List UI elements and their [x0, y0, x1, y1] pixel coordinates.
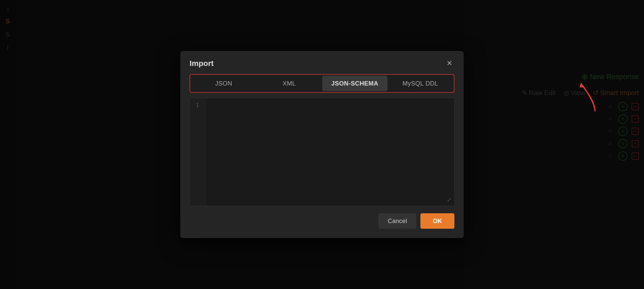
tab-xml[interactable]: XML [257, 76, 322, 91]
expand-icon[interactable]: ⤢ [447, 197, 452, 203]
editor-content[interactable] [205, 98, 454, 206]
cancel-button[interactable]: Cancel [378, 213, 416, 229]
line-number-1: 1 [196, 102, 199, 108]
tab-mysql-ddl[interactable]: MySQL DDL [388, 76, 453, 91]
tab-bar-wrapper: JSON XML JSON-SCHEMA MySQL DDL [190, 74, 454, 93]
modal-close-button[interactable]: ✕ [444, 59, 454, 68]
editor-gutter: 1 [190, 98, 205, 206]
ok-button[interactable]: OK [420, 213, 454, 229]
tab-json-schema[interactable]: JSON-SCHEMA [322, 76, 387, 91]
tab-json[interactable]: JSON [191, 76, 256, 91]
code-editor[interactable]: 1 ⤢ [190, 98, 454, 206]
modal-header: Import ✕ [190, 59, 454, 68]
import-modal: Import ✕ JSON XML JSON-SCHEMA MySQL DDL … [180, 51, 464, 238]
modal-title: Import [190, 59, 214, 68]
modal-footer: Cancel OK [190, 213, 454, 229]
tab-bar: JSON XML JSON-SCHEMA MySQL DDL [191, 76, 453, 91]
